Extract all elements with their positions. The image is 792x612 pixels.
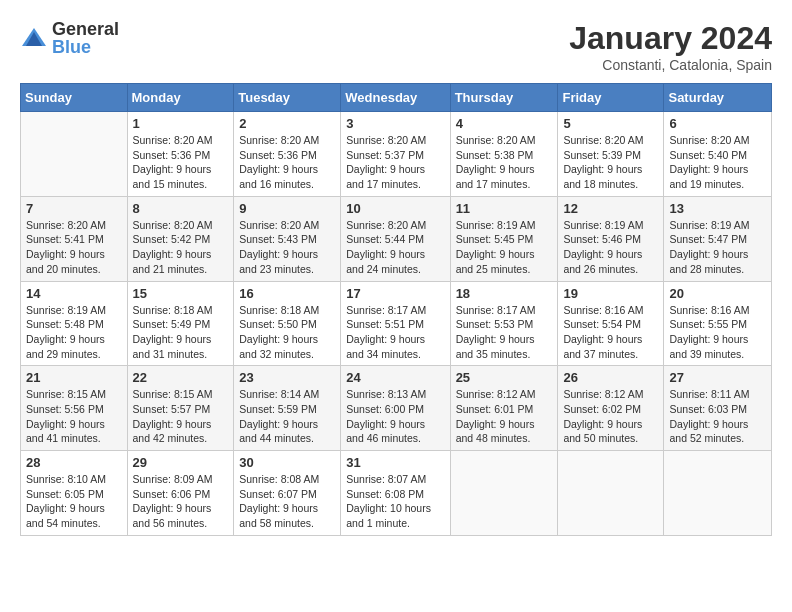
location: Constanti, Catalonia, Spain [569, 57, 772, 73]
day-number: 9 [239, 201, 335, 216]
day-number: 18 [456, 286, 553, 301]
calendar-cell: 31Sunrise: 8:07 AMSunset: 6:08 PMDayligh… [341, 451, 450, 536]
day-info: Sunrise: 8:17 AMSunset: 5:53 PMDaylight:… [456, 303, 553, 362]
day-header-sunday: Sunday [21, 84, 128, 112]
day-number: 28 [26, 455, 122, 470]
day-info: Sunrise: 8:16 AMSunset: 5:55 PMDaylight:… [669, 303, 766, 362]
calendar-table: SundayMondayTuesdayWednesdayThursdayFrid… [20, 83, 772, 536]
day-info: Sunrise: 8:20 AMSunset: 5:36 PMDaylight:… [239, 133, 335, 192]
calendar-cell: 3Sunrise: 8:20 AMSunset: 5:37 PMDaylight… [341, 112, 450, 197]
day-info: Sunrise: 8:20 AMSunset: 5:43 PMDaylight:… [239, 218, 335, 277]
day-info: Sunrise: 8:18 AMSunset: 5:49 PMDaylight:… [133, 303, 229, 362]
day-number: 3 [346, 116, 444, 131]
day-info: Sunrise: 8:17 AMSunset: 5:51 PMDaylight:… [346, 303, 444, 362]
calendar-cell: 22Sunrise: 8:15 AMSunset: 5:57 PMDayligh… [127, 366, 234, 451]
day-number: 19 [563, 286, 658, 301]
week-row-4: 21Sunrise: 8:15 AMSunset: 5:56 PMDayligh… [21, 366, 772, 451]
day-number: 1 [133, 116, 229, 131]
day-info: Sunrise: 8:15 AMSunset: 5:56 PMDaylight:… [26, 387, 122, 446]
calendar-cell: 6Sunrise: 8:20 AMSunset: 5:40 PMDaylight… [664, 112, 772, 197]
day-number: 7 [26, 201, 122, 216]
day-info: Sunrise: 8:16 AMSunset: 5:54 PMDaylight:… [563, 303, 658, 362]
calendar-cell [21, 112, 128, 197]
day-number: 27 [669, 370, 766, 385]
day-info: Sunrise: 8:12 AMSunset: 6:01 PMDaylight:… [456, 387, 553, 446]
day-number: 20 [669, 286, 766, 301]
calendar-cell: 30Sunrise: 8:08 AMSunset: 6:07 PMDayligh… [234, 451, 341, 536]
logo: General Blue [20, 20, 119, 56]
day-info: Sunrise: 8:20 AMSunset: 5:40 PMDaylight:… [669, 133, 766, 192]
day-number: 31 [346, 455, 444, 470]
day-number: 30 [239, 455, 335, 470]
calendar-cell: 4Sunrise: 8:20 AMSunset: 5:38 PMDaylight… [450, 112, 558, 197]
day-number: 2 [239, 116, 335, 131]
day-info: Sunrise: 8:13 AMSunset: 6:00 PMDaylight:… [346, 387, 444, 446]
day-info: Sunrise: 8:20 AMSunset: 5:42 PMDaylight:… [133, 218, 229, 277]
day-number: 24 [346, 370, 444, 385]
calendar-cell [558, 451, 664, 536]
day-number: 14 [26, 286, 122, 301]
calendar-cell: 23Sunrise: 8:14 AMSunset: 5:59 PMDayligh… [234, 366, 341, 451]
day-info: Sunrise: 8:19 AMSunset: 5:45 PMDaylight:… [456, 218, 553, 277]
calendar-cell: 25Sunrise: 8:12 AMSunset: 6:01 PMDayligh… [450, 366, 558, 451]
calendar-cell [450, 451, 558, 536]
month-year: January 2024 [569, 20, 772, 57]
calendar-cell: 8Sunrise: 8:20 AMSunset: 5:42 PMDaylight… [127, 196, 234, 281]
day-header-tuesday: Tuesday [234, 84, 341, 112]
day-number: 26 [563, 370, 658, 385]
logo-general-label: General [52, 20, 119, 38]
day-number: 23 [239, 370, 335, 385]
header: General Blue January 2024 Constanti, Cat… [20, 20, 772, 73]
day-number: 4 [456, 116, 553, 131]
day-info: Sunrise: 8:19 AMSunset: 5:47 PMDaylight:… [669, 218, 766, 277]
day-number: 13 [669, 201, 766, 216]
calendar-cell: 14Sunrise: 8:19 AMSunset: 5:48 PMDayligh… [21, 281, 128, 366]
day-info: Sunrise: 8:14 AMSunset: 5:59 PMDaylight:… [239, 387, 335, 446]
day-info: Sunrise: 8:20 AMSunset: 5:41 PMDaylight:… [26, 218, 122, 277]
logo-icon [20, 24, 48, 52]
calendar-cell: 1Sunrise: 8:20 AMSunset: 5:36 PMDaylight… [127, 112, 234, 197]
calendar-cell: 5Sunrise: 8:20 AMSunset: 5:39 PMDaylight… [558, 112, 664, 197]
calendar-cell: 10Sunrise: 8:20 AMSunset: 5:44 PMDayligh… [341, 196, 450, 281]
day-info: Sunrise: 8:19 AMSunset: 5:48 PMDaylight:… [26, 303, 122, 362]
day-info: Sunrise: 8:20 AMSunset: 5:37 PMDaylight:… [346, 133, 444, 192]
day-header-friday: Friday [558, 84, 664, 112]
day-number: 12 [563, 201, 658, 216]
day-info: Sunrise: 8:09 AMSunset: 6:06 PMDaylight:… [133, 472, 229, 531]
day-info: Sunrise: 8:15 AMSunset: 5:57 PMDaylight:… [133, 387, 229, 446]
calendar-cell: 26Sunrise: 8:12 AMSunset: 6:02 PMDayligh… [558, 366, 664, 451]
calendar-cell: 2Sunrise: 8:20 AMSunset: 5:36 PMDaylight… [234, 112, 341, 197]
day-number: 5 [563, 116, 658, 131]
day-number: 16 [239, 286, 335, 301]
day-info: Sunrise: 8:10 AMSunset: 6:05 PMDaylight:… [26, 472, 122, 531]
calendar-cell: 27Sunrise: 8:11 AMSunset: 6:03 PMDayligh… [664, 366, 772, 451]
calendar-cell: 16Sunrise: 8:18 AMSunset: 5:50 PMDayligh… [234, 281, 341, 366]
calendar-cell [664, 451, 772, 536]
day-info: Sunrise: 8:07 AMSunset: 6:08 PMDaylight:… [346, 472, 444, 531]
calendar-cell: 28Sunrise: 8:10 AMSunset: 6:05 PMDayligh… [21, 451, 128, 536]
calendar-cell: 15Sunrise: 8:18 AMSunset: 5:49 PMDayligh… [127, 281, 234, 366]
day-info: Sunrise: 8:12 AMSunset: 6:02 PMDaylight:… [563, 387, 658, 446]
day-info: Sunrise: 8:11 AMSunset: 6:03 PMDaylight:… [669, 387, 766, 446]
day-header-thursday: Thursday [450, 84, 558, 112]
calendar-cell: 9Sunrise: 8:20 AMSunset: 5:43 PMDaylight… [234, 196, 341, 281]
week-row-1: 1Sunrise: 8:20 AMSunset: 5:36 PMDaylight… [21, 112, 772, 197]
logo-text: General Blue [52, 20, 119, 56]
day-info: Sunrise: 8:20 AMSunset: 5:44 PMDaylight:… [346, 218, 444, 277]
day-header-saturday: Saturday [664, 84, 772, 112]
calendar-cell: 29Sunrise: 8:09 AMSunset: 6:06 PMDayligh… [127, 451, 234, 536]
day-number: 10 [346, 201, 444, 216]
days-header-row: SundayMondayTuesdayWednesdayThursdayFrid… [21, 84, 772, 112]
day-number: 29 [133, 455, 229, 470]
day-info: Sunrise: 8:19 AMSunset: 5:46 PMDaylight:… [563, 218, 658, 277]
day-number: 21 [26, 370, 122, 385]
calendar-cell: 21Sunrise: 8:15 AMSunset: 5:56 PMDayligh… [21, 366, 128, 451]
calendar-cell: 24Sunrise: 8:13 AMSunset: 6:00 PMDayligh… [341, 366, 450, 451]
day-info: Sunrise: 8:20 AMSunset: 5:36 PMDaylight:… [133, 133, 229, 192]
day-number: 15 [133, 286, 229, 301]
day-header-monday: Monday [127, 84, 234, 112]
week-row-5: 28Sunrise: 8:10 AMSunset: 6:05 PMDayligh… [21, 451, 772, 536]
week-row-2: 7Sunrise: 8:20 AMSunset: 5:41 PMDaylight… [21, 196, 772, 281]
calendar-cell: 18Sunrise: 8:17 AMSunset: 5:53 PMDayligh… [450, 281, 558, 366]
calendar-cell: 11Sunrise: 8:19 AMSunset: 5:45 PMDayligh… [450, 196, 558, 281]
